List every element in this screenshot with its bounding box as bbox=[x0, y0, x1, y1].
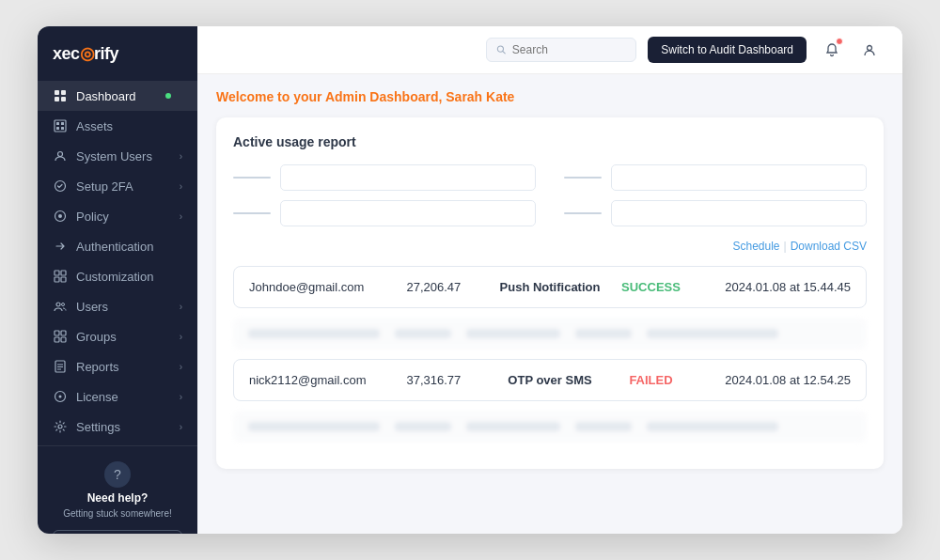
sidebar-item-label: License bbox=[76, 390, 171, 404]
logo: xec◎rify bbox=[38, 26, 197, 77]
help-subtitle: Getting stuck somewhere! bbox=[63, 508, 172, 519]
filter-input-1[interactable] bbox=[280, 164, 536, 191]
filter-row-3 bbox=[233, 200, 536, 226]
sidebar-item-system-users[interactable]: System Users › bbox=[38, 141, 197, 171]
sidebar: xec◎rify Dashboard bbox=[38, 26, 197, 534]
timestamp-cell: 2024.01.08 at 15.44.45 bbox=[691, 280, 851, 294]
settings-icon bbox=[53, 419, 68, 434]
blur-block bbox=[395, 329, 451, 338]
report-title: Active usage report bbox=[233, 134, 867, 149]
chevron-right-icon: › bbox=[180, 211, 182, 222]
search-box[interactable] bbox=[486, 38, 636, 62]
method-cell: Push Notification bbox=[489, 280, 611, 294]
sidebar-item-policy[interactable]: Policy › bbox=[38, 201, 197, 231]
blur-block bbox=[466, 422, 560, 431]
sidebar-item-label: Settings bbox=[76, 420, 171, 434]
filter-line bbox=[564, 177, 602, 179]
sidebar-item-assets[interactable]: Assets bbox=[38, 111, 197, 141]
svg-rect-0 bbox=[55, 90, 59, 95]
amount-cell: 37,316.77 bbox=[407, 373, 482, 387]
schedule-link[interactable]: Schedule bbox=[732, 240, 779, 253]
active-dot bbox=[165, 93, 171, 99]
blur-block bbox=[248, 329, 380, 338]
svg-rect-2 bbox=[55, 97, 59, 101]
svg-rect-14 bbox=[61, 271, 66, 275]
method-cell: OTP over SMS bbox=[489, 373, 611, 387]
svg-point-12 bbox=[58, 214, 62, 218]
chevron-right-icon: › bbox=[180, 362, 182, 372]
link-divider: | bbox=[784, 240, 787, 253]
sidebar-item-reports[interactable]: Reports › bbox=[38, 351, 197, 381]
svg-rect-15 bbox=[55, 277, 59, 282]
table-row: nick2112@gmail.com 37,316.77 OTP over SM… bbox=[233, 359, 867, 401]
welcome-name: Sarah Kate bbox=[446, 89, 514, 104]
topbar-icons bbox=[818, 36, 884, 64]
chevron-right-icon: › bbox=[180, 181, 182, 192]
assets-icon bbox=[53, 118, 68, 133]
sidebar-item-label: Assets bbox=[76, 119, 182, 133]
svg-point-29 bbox=[58, 425, 62, 428]
blur-block bbox=[466, 329, 560, 338]
user-icon bbox=[862, 42, 877, 57]
filter-line bbox=[564, 212, 602, 214]
action-links: Schedule | Download CSV bbox=[233, 240, 867, 253]
sidebar-item-label: Customization bbox=[76, 270, 182, 284]
status-badge: FAILED bbox=[619, 373, 684, 387]
download-csv-link[interactable]: Download CSV bbox=[791, 240, 867, 253]
svg-rect-5 bbox=[56, 122, 59, 125]
filter-input-4[interactable] bbox=[611, 200, 867, 226]
profile-button[interactable] bbox=[855, 36, 884, 64]
filter-row-2 bbox=[564, 164, 867, 191]
sidebar-item-label: System Users bbox=[76, 149, 171, 163]
help-icon: ? bbox=[104, 461, 131, 488]
svg-point-9 bbox=[58, 152, 63, 157]
dashboard-icon bbox=[53, 88, 68, 103]
blur-block bbox=[248, 422, 380, 431]
reports-icon bbox=[53, 359, 68, 374]
filter-input-3[interactable] bbox=[280, 200, 536, 226]
svg-point-17 bbox=[56, 303, 60, 306]
sidebar-item-label: Users bbox=[76, 300, 171, 314]
sidebar-item-settings[interactable]: Settings › bbox=[38, 412, 197, 442]
blurred-row bbox=[233, 411, 867, 443]
email-cell: Johndoe@gmail.com bbox=[249, 280, 400, 294]
customization-icon bbox=[53, 269, 68, 284]
welcome-text: Welcome to your Admin Dashboard, Sarah K… bbox=[216, 89, 884, 104]
svg-rect-13 bbox=[55, 271, 59, 275]
svg-rect-1 bbox=[61, 90, 66, 95]
policy-icon bbox=[53, 209, 68, 224]
search-icon bbox=[496, 44, 507, 55]
filter-line bbox=[233, 212, 271, 214]
status-badge: SUCCESS bbox=[619, 280, 684, 294]
filters-grid bbox=[233, 164, 867, 226]
svg-point-32 bbox=[868, 46, 872, 51]
sidebar-item-users[interactable]: Users › bbox=[38, 291, 197, 321]
amount-cell: 27,206.47 bbox=[407, 280, 482, 294]
svg-rect-21 bbox=[55, 337, 59, 342]
welcome-prefix: Welcome to your Admin Dashboard, bbox=[216, 89, 446, 104]
app-window: xec◎rify Dashboard bbox=[38, 26, 902, 534]
audit-dashboard-button[interactable]: Switch to Audit Dashboard bbox=[648, 37, 807, 63]
sidebar-item-setup-2fa[interactable]: Setup 2FA › bbox=[38, 171, 197, 201]
dashboard-area: Welcome to your Admin Dashboard, Sarah K… bbox=[197, 74, 902, 534]
svg-rect-6 bbox=[61, 122, 64, 125]
authentication-icon bbox=[53, 239, 68, 254]
sidebar-item-dashboard[interactable]: Dashboard bbox=[38, 81, 197, 111]
sidebar-item-authentication[interactable]: Authentication bbox=[38, 231, 197, 261]
notification-badge bbox=[836, 38, 843, 45]
search-input[interactable] bbox=[512, 43, 626, 56]
svg-rect-8 bbox=[61, 127, 64, 130]
sidebar-item-label: Setup 2FA bbox=[76, 179, 171, 194]
svg-rect-4 bbox=[55, 120, 66, 132]
sidebar-bottom: ? Need help? Getting stuck somewhere! CO… bbox=[38, 445, 197, 534]
svg-line-31 bbox=[503, 51, 506, 54]
svg-point-18 bbox=[62, 303, 65, 306]
filter-input-2[interactable] bbox=[611, 164, 867, 191]
chevron-right-icon: › bbox=[180, 392, 182, 402]
notifications-button[interactable] bbox=[818, 36, 846, 64]
sidebar-item-groups[interactable]: Groups › bbox=[38, 321, 197, 351]
contact-us-button[interactable]: CONTACT US bbox=[53, 530, 182, 534]
sidebar-item-customization[interactable]: Customization bbox=[38, 261, 197, 291]
sidebar-item-license[interactable]: License › bbox=[38, 381, 197, 412]
svg-rect-20 bbox=[61, 331, 66, 335]
